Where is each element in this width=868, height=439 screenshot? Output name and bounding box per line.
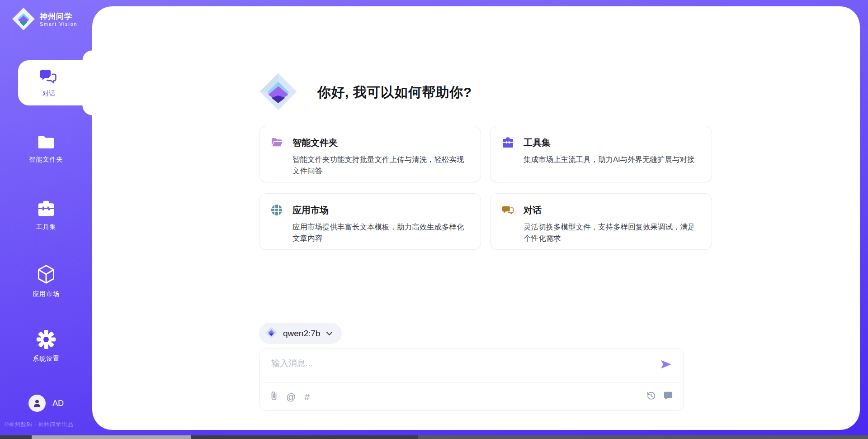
tab-fillet-top [82, 50, 92, 60]
brand: 神州问学 Smart Vision [12, 7, 77, 33]
sidebar-item-label: 工具集 [36, 223, 57, 231]
gear-icon [36, 329, 56, 351]
sidebar-item-label: 应用市场 [33, 290, 60, 298]
sidebar-item-label: 智能文件夹 [29, 156, 63, 164]
sidebar-item-market[interactable]: 应用市场 [0, 264, 92, 298]
card-title: 对话 [524, 204, 701, 216]
card-market[interactable]: 应用市场 应用市场提供丰富长文本模板，助力高效生成多样化文章内容 [259, 193, 481, 250]
comment-icon[interactable] [664, 391, 673, 402]
tab-fillet-bottom [82, 105, 92, 115]
hero: 你好, 我可以如何帮助你? [259, 72, 472, 113]
brand-subtitle: Smart Vision [40, 21, 77, 28]
chevron-down-icon [326, 329, 333, 338]
user-profile[interactable]: AD [0, 395, 92, 412]
avatar [28, 395, 46, 412]
brand-name: 神州问学 [40, 12, 77, 21]
scrollbar-thumb[interactable] [32, 435, 191, 439]
model-logo-icon [265, 327, 277, 340]
copyright-text: ©神州数码 · 神州问学出品 [5, 421, 73, 429]
chat-bubbles-icon [40, 68, 58, 86]
send-icon[interactable] [660, 359, 672, 371]
folder-open-icon [271, 136, 283, 182]
user-initials: AD [52, 399, 64, 408]
hash-icon[interactable]: # [304, 392, 310, 401]
horizontal-scrollbar[interactable] [0, 435, 868, 439]
model-selector[interactable]: qwen2:7b [259, 323, 342, 344]
feature-cards: 智能文件夹 智能文件夹功能支持批量文件上传与清洗，轻松实现文件问答 工具集 集成… [259, 126, 686, 250]
mention-icon[interactable]: @ [286, 392, 296, 401]
scrollbar-track-segment [418, 435, 868, 439]
card-desc: 灵活切换多模型文件，支持多样回复效果调试，满足个性化需求 [524, 221, 701, 244]
card-desc: 智能文件夹功能支持批量文件上传与清洗，轻松实现文件问答 [292, 154, 470, 177]
card-title: 工具集 [524, 137, 701, 149]
sidebar-item-label: 对话 [42, 90, 55, 98]
app-grid-icon [271, 203, 283, 249]
card-chat[interactable]: 对话 灵活切换多模型文件，支持多样回复效果调试，满足个性化需求 [490, 193, 712, 250]
composer: @ # [259, 348, 684, 411]
card-desc: 应用市场提供丰富长文本模板，助力高效生成多样化文章内容 [292, 221, 470, 244]
attach-icon[interactable] [270, 391, 278, 402]
card-folders[interactable]: 智能文件夹 智能文件夹功能支持批量文件上传与清洗，轻松实现文件问答 [259, 126, 481, 182]
sidebar-item-settings[interactable]: 系统设置 [0, 329, 92, 363]
brand-logo-icon [12, 7, 35, 33]
app-logo-icon [259, 72, 297, 113]
sidebar-item-folders[interactable]: 智能文件夹 [0, 134, 92, 164]
composer-toolbar: @ # [259, 383, 684, 410]
folder-icon [37, 134, 56, 152]
card-tools[interactable]: 工具集 集成市场上主流工具，助力AI与外界无缝扩展与对接 [490, 126, 712, 182]
model-name: qwen2:7b [283, 329, 320, 339]
card-desc: 集成市场上主流工具，助力AI与外界无缝扩展与对接 [524, 154, 701, 165]
greeting-title: 你好, 我可以如何帮助你? [317, 83, 472, 102]
toolbox-icon [502, 136, 514, 182]
sidebar: 神州问学 Smart Vision 对话 智能文件夹 [0, 0, 92, 439]
cube-icon [36, 264, 56, 286]
sidebar-item-chat[interactable]: 对话 [18, 60, 92, 105]
history-icon[interactable] [646, 391, 656, 402]
sidebar-item-label: 系统设置 [33, 355, 60, 363]
toolbox-icon [36, 200, 56, 219]
message-input[interactable] [270, 357, 643, 379]
chat-icon [502, 203, 514, 249]
card-title: 应用市场 [292, 204, 470, 216]
card-title: 智能文件夹 [292, 137, 470, 149]
sidebar-item-tools[interactable]: 工具集 [0, 200, 92, 231]
